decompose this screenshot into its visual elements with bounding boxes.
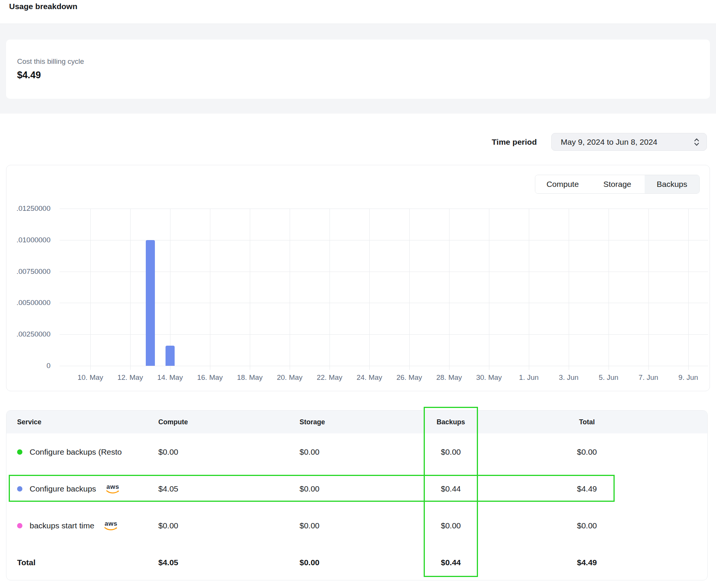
y-axis-tick-label: .00750000 xyxy=(11,267,50,276)
gridline xyxy=(609,209,609,370)
series-dot xyxy=(17,486,22,492)
x-axis-tick-label: 16. May xyxy=(189,373,231,382)
gridline xyxy=(688,209,689,370)
compute-cost: $0.00 xyxy=(158,447,300,457)
gridline xyxy=(569,209,569,370)
storage-cost: $0.00 xyxy=(300,447,424,457)
table-row: Configure backups aws $4.05 $0.00 $0.44 … xyxy=(6,470,707,507)
gridline xyxy=(60,240,708,240)
gridline xyxy=(60,209,708,209)
x-axis-tick-label: 26. May xyxy=(388,373,430,382)
chart-metric-tabs: Compute Storage Backups xyxy=(535,175,700,194)
backups-cost: $0.44 xyxy=(424,484,477,493)
grand-total: $4.49 xyxy=(477,558,697,567)
table-header-row: Service Compute Storage Backups Total xyxy=(6,411,707,433)
gridline xyxy=(489,209,489,370)
x-axis-tick-label: 24. May xyxy=(349,373,390,382)
col-header-storage: Storage xyxy=(300,418,424,426)
compute-total: $4.05 xyxy=(158,558,300,567)
gridline xyxy=(60,366,708,366)
series-dot xyxy=(17,449,22,455)
service-name: Configure backups (Resto xyxy=(30,447,122,457)
billing-cycle-cost-value: $4.49 xyxy=(17,70,41,81)
aws-icon: aws xyxy=(104,520,118,531)
x-axis-tick-label: 10. May xyxy=(69,373,111,382)
service-name: backups start time xyxy=(30,521,94,530)
storage-cost: $0.00 xyxy=(300,521,424,530)
gridline xyxy=(90,209,91,370)
table-row: backups start time aws $0.00 $0.00 $0.00… xyxy=(6,507,707,544)
x-axis-tick-label: 3. Jun xyxy=(548,373,590,382)
x-axis-tick-label: 30. May xyxy=(468,373,510,382)
gridline xyxy=(60,303,708,303)
table-total-row: Total $4.05 $0.00 $0.44 $4.49 xyxy=(6,544,707,581)
time-period-label: Time period xyxy=(492,138,537,147)
time-period-row: Time period May 9, 2024 to Jun 8, 2024 xyxy=(492,133,707,151)
gridline xyxy=(449,209,449,370)
col-header-compute: Compute xyxy=(158,418,300,426)
backups-total: $0.44 xyxy=(424,558,477,567)
x-axis-tick-label: 28. May xyxy=(428,373,470,382)
col-header-service: Service xyxy=(17,418,158,426)
x-axis-tick-label: 20. May xyxy=(269,373,311,382)
gridline xyxy=(369,209,370,370)
col-header-backups: Backups xyxy=(424,418,477,426)
y-axis-tick-label: .00500000 xyxy=(11,299,50,307)
compute-cost: $4.05 xyxy=(158,484,300,493)
x-axis-tick-label: 12. May xyxy=(109,373,151,382)
backups-cost: $0.00 xyxy=(424,447,477,457)
gridline xyxy=(290,209,290,370)
billing-summary-section: Cost this billing cycle $4.49 xyxy=(0,24,716,114)
gridline xyxy=(409,209,410,370)
chart-bar[interactable] xyxy=(166,346,175,366)
gridline xyxy=(529,209,529,370)
billing-cycle-cost-card: Cost this billing cycle $4.49 xyxy=(6,40,710,99)
tab-storage[interactable]: Storage xyxy=(590,175,645,193)
total-row-label: Total xyxy=(17,558,158,567)
x-axis-tick-label: 9. Jun xyxy=(667,373,709,382)
gridline xyxy=(648,209,649,370)
tab-backups[interactable]: Backups xyxy=(645,175,699,193)
time-period-value: May 9, 2024 to Jun 8, 2024 xyxy=(561,138,658,147)
gridline xyxy=(330,209,330,370)
y-axis-tick-label: .01000000 xyxy=(11,236,50,244)
usage-chart-card: Compute Storage Backups 0.00250000.00500… xyxy=(6,165,710,391)
total-cost: $0.00 xyxy=(477,521,697,530)
total-cost: $4.49 xyxy=(477,484,697,493)
y-axis-tick-label: .00250000 xyxy=(11,330,50,338)
service-name: Configure backups xyxy=(30,484,96,493)
col-header-total: Total xyxy=(477,418,697,426)
gridline xyxy=(130,209,131,370)
x-axis-tick-label: 22. May xyxy=(309,373,350,382)
x-axis-tick-label: 7. Jun xyxy=(628,373,669,382)
backups-cost: $0.00 xyxy=(424,521,477,530)
gridline xyxy=(250,209,250,370)
compute-cost: $0.00 xyxy=(158,521,300,530)
time-period-select[interactable]: May 9, 2024 to Jun 8, 2024 xyxy=(551,133,707,151)
billing-cycle-cost-label: Cost this billing cycle xyxy=(17,57,84,66)
series-dot xyxy=(17,523,22,528)
gridline xyxy=(210,209,210,370)
gridline xyxy=(60,334,708,335)
usage-breakdown-page: Usage breakdown Cost this billing cycle … xyxy=(0,0,716,588)
storage-total: $0.00 xyxy=(300,558,424,567)
gridline xyxy=(60,272,708,272)
y-axis-tick-label: .01250000 xyxy=(11,204,50,213)
x-axis-tick-label: 5. Jun xyxy=(588,373,629,382)
chart-bar[interactable] xyxy=(146,240,155,366)
x-axis-tick-label: 18. May xyxy=(229,373,271,382)
table-row: Configure backups (Resto $0.00 $0.00 $0.… xyxy=(6,433,707,470)
usage-table: Service Compute Storage Backups Total Co… xyxy=(6,410,708,580)
usage-bar-chart: 0.00250000.00500000.00750000.01000000.01… xyxy=(60,209,708,366)
x-axis-tick-label: 14. May xyxy=(149,373,191,382)
tab-compute[interactable]: Compute xyxy=(535,175,590,193)
y-axis-tick-label: 0 xyxy=(11,362,50,370)
aws-icon: aws xyxy=(106,484,120,494)
x-axis-tick-label: 1. Jun xyxy=(508,373,550,382)
page-title: Usage breakdown xyxy=(9,2,77,11)
unfold-icon xyxy=(694,138,700,146)
storage-cost: $0.00 xyxy=(300,484,424,493)
total-cost: $0.00 xyxy=(477,447,697,457)
